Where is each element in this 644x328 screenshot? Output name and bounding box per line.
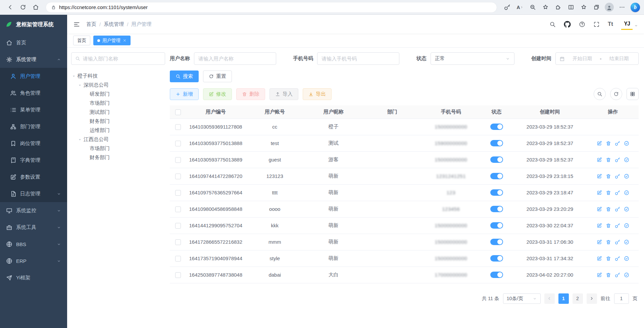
sidebar-item-系统管理[interactable]: 系统管理 (0, 51, 67, 68)
sidebar-item-BBS[interactable]: BBS (0, 236, 67, 252)
sidebar-item-角色管理[interactable]: 角色管理 (0, 85, 67, 101)
goto-page-input[interactable] (614, 293, 629, 304)
delete-icon[interactable] (606, 174, 611, 179)
expand-caret-icon[interactable] (78, 138, 82, 142)
delete-icon[interactable] (606, 157, 611, 162)
sidebar-item-岗位管理[interactable]: 岗位管理 (0, 135, 67, 152)
delete-icon[interactable] (606, 256, 611, 261)
assign-role-icon[interactable] (624, 157, 629, 162)
delete-icon[interactable] (606, 223, 611, 228)
delete-icon[interactable] (606, 239, 611, 245)
date-range-picker[interactable]: 开始日期 - 结束日期 (555, 52, 639, 65)
row-checkbox[interactable] (175, 272, 181, 278)
department-search-input[interactable] (83, 56, 161, 61)
column-search-button[interactable] (594, 88, 606, 100)
row-checkbox[interactable] (175, 206, 181, 212)
tab-home[interactable]: 首页 (73, 36, 90, 45)
zoom-button[interactable] (527, 2, 539, 13)
edit-icon[interactable] (597, 157, 602, 162)
select-all-checkbox[interactable] (175, 109, 181, 115)
breadcrumb-item[interactable]: 首页 (86, 21, 96, 28)
close-tab-icon[interactable] (123, 39, 127, 42)
tree-node[interactable]: 深圳总公司 (71, 81, 165, 90)
reset-password-icon[interactable] (615, 239, 620, 245)
tree-node[interactable]: 市场部门 (71, 144, 165, 153)
edit-icon[interactable] (597, 239, 602, 245)
export-button[interactable]: 导出 (303, 88, 332, 100)
row-checkbox[interactable] (175, 174, 181, 179)
breadcrumb-item[interactable]: 用户管理 (131, 21, 151, 28)
row-checkbox[interactable] (175, 239, 181, 245)
assign-role-icon[interactable] (624, 239, 629, 245)
browser-back-button[interactable] (4, 2, 16, 13)
prev-page-button[interactable] (544, 293, 555, 304)
fullscreen-icon[interactable] (593, 21, 600, 28)
page-button-2[interactable]: 2 (573, 293, 583, 304)
edit-icon[interactable] (597, 256, 602, 261)
github-icon[interactable] (564, 21, 571, 28)
expand-caret-icon[interactable] (78, 83, 82, 87)
delete-button[interactable]: 删除 (236, 88, 265, 100)
profile-button[interactable] (603, 2, 615, 13)
split-screen-button[interactable] (565, 2, 577, 13)
refresh-table-button[interactable] (610, 88, 622, 100)
reset-password-icon[interactable] (615, 206, 620, 212)
assign-role-icon[interactable] (624, 256, 629, 261)
assign-role-icon[interactable] (624, 190, 629, 195)
reset-password-icon[interactable] (615, 141, 620, 146)
status-toggle[interactable] (490, 173, 503, 179)
assign-role-icon[interactable] (624, 174, 629, 179)
status-toggle[interactable] (490, 156, 503, 163)
add-button[interactable]: 新增 (170, 88, 199, 100)
tree-node[interactable]: 财务部门 (71, 117, 165, 126)
assign-role-icon[interactable] (624, 223, 629, 228)
collections-button[interactable] (590, 2, 602, 13)
read-aloud-button[interactable]: A (514, 2, 526, 13)
saved-passwords-button[interactable] (501, 2, 513, 13)
user-avatar-menu[interactable]: YJ (621, 18, 638, 30)
row-checkbox[interactable] (175, 124, 181, 130)
edit-icon[interactable] (597, 223, 602, 228)
delete-icon[interactable] (606, 141, 611, 146)
sidebar-item-系统监控[interactable]: 系统监控 (0, 202, 67, 219)
status-toggle[interactable] (490, 206, 503, 212)
font-size-icon[interactable]: Tt (608, 21, 613, 28)
page-size-select[interactable]: 10条/页 (503, 293, 541, 304)
reset-button[interactable]: 重置 (203, 71, 232, 82)
edit-icon[interactable] (597, 206, 602, 212)
username-input[interactable] (194, 52, 276, 65)
page-button-1[interactable]: 1 (558, 293, 569, 304)
bing-chat-button[interactable]: b (631, 3, 640, 12)
status-toggle[interactable] (490, 222, 503, 229)
address-bar[interactable]: https://ccnetcore.com:1101/system/user (46, 2, 497, 13)
sidebar-item-ERP[interactable]: ERP (0, 252, 67, 269)
help-icon[interactable] (579, 21, 585, 28)
assign-role-icon[interactable] (624, 141, 629, 146)
delete-icon[interactable] (606, 190, 611, 195)
status-toggle[interactable] (490, 239, 503, 245)
sidebar-item-日志管理[interactable]: 日志管理 (0, 185, 67, 202)
sidebar-item-菜单管理[interactable]: 菜单管理 (0, 101, 67, 118)
tree-node[interactable]: 测试部门 (71, 108, 165, 117)
sidebar-item-字典管理[interactable]: 字典管理 (0, 152, 67, 169)
next-page-button[interactable] (587, 293, 597, 304)
reset-password-icon[interactable] (615, 157, 620, 162)
expand-caret-icon[interactable] (72, 74, 76, 78)
edit-icon[interactable] (597, 141, 602, 146)
delete-icon[interactable] (606, 206, 611, 212)
add-favorite-button[interactable] (539, 2, 551, 13)
import-button[interactable]: 导入 (269, 88, 298, 100)
assign-role-icon[interactable] (624, 272, 629, 278)
status-toggle[interactable] (490, 255, 503, 262)
assign-role-icon[interactable] (624, 206, 629, 212)
reset-password-icon[interactable] (615, 272, 620, 278)
status-toggle[interactable] (490, 272, 503, 278)
delete-icon[interactable] (606, 272, 611, 278)
reset-password-icon[interactable] (615, 223, 620, 228)
department-search[interactable] (71, 52, 165, 65)
edit-icon[interactable] (597, 190, 602, 195)
row-checkbox[interactable] (175, 190, 181, 196)
tree-node[interactable]: 研发部门 (71, 90, 165, 99)
phone-input[interactable] (317, 52, 399, 65)
tree-node[interactable]: 橙子科技 (71, 72, 165, 81)
